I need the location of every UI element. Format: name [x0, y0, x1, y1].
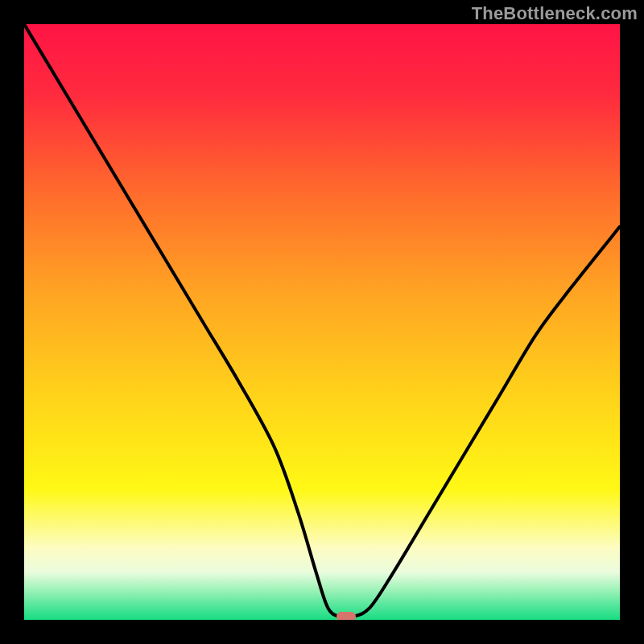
chart-plot-area — [24, 24, 620, 620]
chart-frame: TheBottleneck.com — [0, 0, 644, 644]
svg-rect-0 — [24, 24, 620, 620]
watermark-text: TheBottleneck.com — [472, 3, 638, 24]
chart-background-gradient — [24, 24, 620, 620]
